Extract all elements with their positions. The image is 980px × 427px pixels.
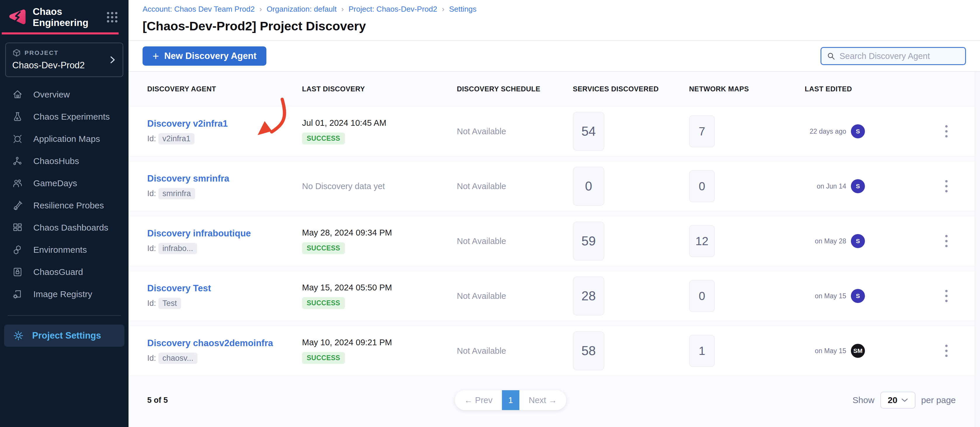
search-icon (827, 52, 835, 60)
column-header-discovery-agent: DISCOVERY AGENT (143, 85, 298, 93)
discovery-schedule-cell: Not Available (452, 181, 568, 191)
agent-cell: Discovery smrinfra Id:smrinfra (143, 173, 298, 199)
project-label: PROJECT (24, 49, 59, 56)
network-maps-count: 7 (689, 115, 715, 148)
module-grid-icon[interactable] (106, 11, 119, 24)
project-selector[interactable]: PROJECT Chaos-Dev-Prod2 (5, 43, 123, 77)
cube-icon (12, 48, 21, 57)
avatar[interactable]: S (851, 234, 865, 248)
agent-id-value: smrinfra (158, 188, 195, 199)
kebab-icon (945, 289, 948, 303)
sidebar-item-chaos-experiments[interactable]: Chaos Experiments (0, 106, 129, 128)
table-row: Discovery Test Id:Test May 15, 2024 05:5… (129, 271, 975, 321)
column-header-last-discovery: LAST DISCOVERY (298, 85, 452, 93)
discovery-agent-link[interactable]: Discovery chaosv2demoinfra (147, 338, 273, 349)
sidebar-header: Chaos Engineering (0, 0, 129, 35)
kebab-icon (945, 125, 948, 138)
page-size-select[interactable]: 20 (880, 392, 915, 409)
services-discovered-count: 58 (573, 331, 605, 370)
page-header: Account: Chaos Dev Team Prod2 › Organiza… (129, 0, 980, 41)
gear-icon (13, 330, 24, 341)
breadcrumb-organization-link[interactable]: Organization: default (267, 5, 337, 14)
sidebar-item-resilience-probes[interactable]: Resilience Probes (0, 194, 129, 217)
agent-id-label: Id: (147, 354, 156, 363)
people-icon (12, 178, 23, 189)
plus-icon: + (153, 51, 159, 62)
breadcrumb-separator: › (442, 5, 445, 14)
scrollbar-track[interactable] (975, 72, 980, 427)
breadcrumb-settings-link[interactable]: Settings (449, 5, 476, 14)
module-accent-line (2, 32, 119, 35)
table-footer: 5 of 5 ← Prev 1 Next → Show 20 per page (129, 376, 975, 424)
last-edited-cell: 22 days ago S (800, 124, 975, 138)
discovery-schedule-cell: Not Available (452, 127, 568, 136)
sidebar-item-label: Image Registry (33, 289, 92, 299)
page-size-group: Show 20 per page (853, 392, 956, 409)
sidebar-item-label: ChaosGuard (33, 267, 83, 277)
avatar[interactable]: S (851, 124, 865, 138)
agent-cell: Discovery v2infra1 Id:v2infra1 (143, 119, 298, 144)
kebab-icon (945, 234, 948, 248)
discovery-agent-link[interactable]: Discovery v2infra1 (147, 119, 228, 129)
search-box (821, 47, 966, 65)
agent-id-value: chaosv... (158, 352, 197, 364)
last-edited-text: on May 15 (815, 347, 846, 355)
sidebar-item-project-settings[interactable]: Project Settings (4, 325, 124, 347)
sidebar-item-label: ChaosHubs (33, 156, 79, 166)
no-discovery-text: No Discovery data yet (302, 181, 385, 191)
home-icon (12, 89, 23, 100)
discovery-agent-link[interactable]: Discovery Test (147, 283, 211, 294)
row-menu-button[interactable] (945, 179, 948, 193)
sidebar-item-chaosguard[interactable]: ChaosGuard (0, 261, 129, 283)
table-row: Discovery smrinfra Id:smrinfra No Discov… (129, 161, 975, 211)
product-name: Chaos Engineering (33, 6, 106, 28)
sidebar-item-image-registry[interactable]: Image Registry (0, 283, 129, 305)
chaos-engineering-logo (8, 8, 26, 27)
breadcrumb-account-link[interactable]: Account: Chaos Dev Team Prod2 (143, 5, 255, 14)
sidebar-item-gamedays[interactable]: GameDays (0, 172, 129, 194)
last-discovery-date: May 28, 2024 09:34 PM (302, 228, 392, 238)
network-maps-count: 12 (689, 225, 715, 257)
row-menu-button[interactable] (945, 344, 948, 357)
search-input[interactable] (840, 51, 960, 61)
row-menu-button[interactable] (945, 234, 948, 248)
network-maps-count: 1 (689, 335, 715, 367)
last-edited-text: on May 15 (815, 292, 846, 300)
agent-id-label: Id: (147, 134, 156, 143)
flask-icon (12, 111, 23, 122)
sidebar-nav: Overview Chaos Experiments Application M… (0, 84, 129, 305)
next-page-button[interactable]: Next → (519, 390, 566, 410)
sidebar-item-application-maps[interactable]: Application Maps (0, 128, 129, 150)
agent-id-value: v2infra1 (158, 133, 194, 144)
avatar[interactable]: SM (851, 344, 865, 358)
page-number-1[interactable]: 1 (502, 390, 519, 410)
sidebar-item-chaoshubs[interactable]: ChaosHubs (0, 150, 129, 172)
discovery-agents-table: DISCOVERY AGENT LAST DISCOVERY DISCOVERY… (129, 72, 980, 427)
show-label: Show (853, 395, 875, 405)
breadcrumb-separator: › (259, 5, 262, 14)
avatar[interactable]: S (851, 179, 865, 193)
last-discovery-date: May 10, 2024 09:21 PM (302, 338, 392, 347)
sidebar-item-chaos-dashboards[interactable]: Chaos Dashboards (0, 217, 129, 239)
network-maps-cell: 12 (684, 225, 800, 257)
sidebar-item-environments[interactable]: Environments (0, 239, 129, 261)
services-cell: 58 (568, 331, 684, 370)
network-maps-count: 0 (689, 280, 715, 312)
sidebar-item-overview[interactable]: Overview (0, 84, 129, 106)
prev-page-button[interactable]: ← Prev (455, 390, 502, 410)
discovery-agent-link[interactable]: Discovery smrinfra (147, 173, 229, 184)
new-discovery-agent-button[interactable]: + New Discovery Agent (143, 46, 266, 66)
services-cell: 28 (568, 276, 684, 316)
discovery-agent-link[interactable]: Discovery infraboutique (147, 228, 251, 239)
services-cell: 59 (568, 222, 684, 260)
avatar[interactable]: S (851, 289, 865, 303)
chevron-down-icon (901, 398, 908, 402)
table-row: Discovery chaosv2demoinfra Id:chaosv... … (129, 326, 975, 376)
breadcrumb-project-link[interactable]: Project: Chaos-Dev-Prod2 (348, 5, 437, 14)
row-menu-button[interactable] (945, 289, 948, 303)
lock-shield-icon (12, 267, 23, 277)
row-menu-button[interactable] (945, 125, 948, 138)
sidebar-item-label: Environments (33, 245, 87, 255)
agent-id-label: Id: (147, 299, 156, 308)
column-header-last-edited: LAST EDITED (800, 85, 975, 93)
